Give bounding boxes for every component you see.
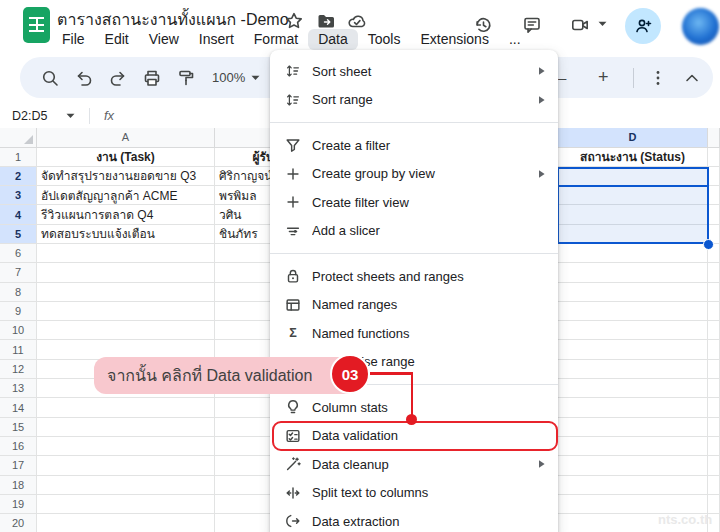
menu-item-sort-sheet[interactable]: Sort sheet xyxy=(270,57,558,86)
menu-item-sort-range[interactable]: Sort range xyxy=(270,86,558,115)
cell-d18[interactable] xyxy=(558,476,708,495)
menu-item-data-cleanup[interactable]: Data cleanup xyxy=(270,450,558,479)
cell-d14[interactable] xyxy=(558,398,708,417)
print-icon[interactable] xyxy=(142,68,162,88)
menu-item-protect-sheets-and-ranges[interactable]: Protect sheets and ranges xyxy=(270,262,558,291)
cell-e13[interactable] xyxy=(708,379,720,398)
row-header-2[interactable]: 2 xyxy=(0,167,37,186)
name-box-caret-icon[interactable] xyxy=(66,113,75,119)
cell-e16[interactable] xyxy=(708,437,720,456)
cell-a17[interactable] xyxy=(37,456,215,475)
cell-e1[interactable] xyxy=(708,148,720,167)
cell-a10[interactable] xyxy=(37,321,215,340)
cell-a19[interactable] xyxy=(37,495,215,514)
search-icon[interactable] xyxy=(40,68,60,88)
cell-e8[interactable] xyxy=(708,283,720,302)
cell-e18[interactable] xyxy=(708,476,720,495)
row-header-3[interactable]: 3 xyxy=(0,186,37,205)
row-header-15[interactable]: 15 xyxy=(0,418,37,437)
cell-e15[interactable] xyxy=(708,418,720,437)
menubar-item-data[interactable]: Data xyxy=(308,29,358,50)
cell-e11[interactable] xyxy=(708,340,720,359)
row-header-1[interactable]: 1 xyxy=(0,148,37,167)
cell-a8[interactable] xyxy=(37,283,215,302)
cell-d12[interactable] xyxy=(558,360,708,379)
cell-a1[interactable]: งาน (Task) xyxy=(37,148,215,167)
select-all-corner[interactable] xyxy=(0,128,37,148)
row-header-7[interactable]: 7 xyxy=(0,263,37,282)
fill-handle[interactable] xyxy=(703,239,714,250)
version-history-icon[interactable] xyxy=(473,15,493,35)
cell-e14[interactable] xyxy=(708,398,720,417)
cell-a20[interactable] xyxy=(37,514,215,532)
menu-item-split-text-to-columns[interactable]: Split text to columns xyxy=(270,479,558,508)
row-header-20[interactable]: 20 xyxy=(0,514,37,532)
menu-item-named-ranges[interactable]: Named ranges xyxy=(270,291,558,320)
column-header-e[interactable] xyxy=(708,128,720,148)
cell-e2[interactable] xyxy=(708,167,720,186)
menubar-item-edit[interactable]: Edit xyxy=(95,29,139,50)
cell-e4[interactable] xyxy=(708,205,720,224)
menu-item-create-filter-view[interactable]: Create filter view xyxy=(270,188,558,217)
cell-e10[interactable] xyxy=(708,321,720,340)
zoom-select[interactable]: 100% xyxy=(212,70,245,85)
cell-a3[interactable]: อัปเดตสัญญาลูกค้า ACME xyxy=(37,186,215,205)
cell-d10[interactable] xyxy=(558,321,708,340)
cell-e12[interactable] xyxy=(708,360,720,379)
add-button[interactable]: + xyxy=(598,57,609,98)
meet-caret-icon[interactable] xyxy=(598,21,607,27)
column-header-a[interactable]: A xyxy=(37,128,215,148)
menu-item-named-functions[interactable]: ΣNamed functions xyxy=(270,319,558,348)
row-header-8[interactable]: 8 xyxy=(0,283,37,302)
row-header-4[interactable]: 4 xyxy=(0,205,37,224)
zoom-caret-icon[interactable] xyxy=(251,75,260,81)
cell-e9[interactable] xyxy=(708,302,720,321)
cell-d16[interactable] xyxy=(558,437,708,456)
cell-d8[interactable] xyxy=(558,283,708,302)
cell-d7[interactable] xyxy=(558,263,708,282)
cell-d11[interactable] xyxy=(558,340,708,359)
cell-e3[interactable] xyxy=(708,186,720,205)
row-header-5[interactable]: 5 xyxy=(0,225,37,244)
comment-icon[interactable] xyxy=(522,15,542,35)
cell-a16[interactable] xyxy=(37,437,215,456)
sheets-logo[interactable] xyxy=(23,7,50,43)
row-header-10[interactable]: 10 xyxy=(0,321,37,340)
cell-a6[interactable] xyxy=(37,244,215,263)
cell-d1[interactable]: สถานะงาน (Status) xyxy=(558,148,708,167)
paint-format-icon[interactable] xyxy=(176,68,196,88)
partial-caret-icon[interactable]: – xyxy=(558,57,566,98)
share-button[interactable] xyxy=(625,8,661,44)
cell-a7[interactable] xyxy=(37,263,215,282)
menubar-item-view[interactable]: View xyxy=(139,29,189,50)
column-header-d[interactable]: D xyxy=(558,128,708,148)
cell-e17[interactable] xyxy=(708,456,720,475)
row-header-19[interactable]: 19 xyxy=(0,495,37,514)
menu-item-create-a-filter[interactable]: Create a filter xyxy=(270,131,558,160)
menu-item-data-validation[interactable]: Data validation xyxy=(270,422,558,451)
cell-a4[interactable]: รีวิวแผนการตลาด Q4 xyxy=(37,205,215,224)
row-header-16[interactable]: 16 xyxy=(0,437,37,456)
cell-a15[interactable] xyxy=(37,418,215,437)
row-header-18[interactable]: 18 xyxy=(0,476,37,495)
menubar-item-insert[interactable]: Insert xyxy=(189,29,244,50)
meet-video-icon[interactable] xyxy=(570,15,590,35)
redo-icon[interactable] xyxy=(108,68,128,88)
cell-d9[interactable] xyxy=(558,302,708,321)
cell-d17[interactable] xyxy=(558,456,708,475)
menu-item-data-extraction[interactable]: Data extraction xyxy=(270,507,558,532)
undo-icon[interactable] xyxy=(74,68,94,88)
name-box[interactable]: D2:D5 xyxy=(12,109,64,123)
account-avatar[interactable] xyxy=(682,8,719,45)
row-header-12[interactable]: 12 xyxy=(0,360,37,379)
cell-d13[interactable] xyxy=(558,379,708,398)
row-header-13[interactable]: 13 xyxy=(0,379,37,398)
cell-d15[interactable] xyxy=(558,418,708,437)
row-header-14[interactable]: 14 xyxy=(0,398,37,417)
menu-item-create-group-by-view[interactable]: Create group by view xyxy=(270,160,558,189)
menubar-item-file[interactable]: File xyxy=(52,29,95,50)
row-header-17[interactable]: 17 xyxy=(0,456,37,475)
cell-a2[interactable]: จัดทำสรุปรายงานยอดขาย Q3 xyxy=(37,167,215,186)
row-header-11[interactable]: 11 xyxy=(0,340,37,359)
cell-a9[interactable] xyxy=(37,302,215,321)
